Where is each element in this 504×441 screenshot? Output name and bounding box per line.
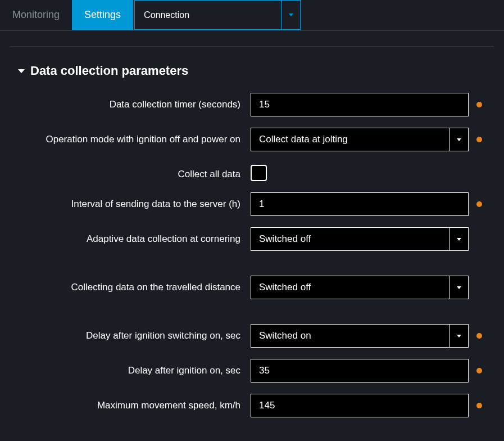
delayswitch-select[interactable]: Switched on xyxy=(251,324,469,348)
chevron-down-icon xyxy=(457,238,461,241)
chevron-down-icon xyxy=(18,69,25,73)
distance-value: Switched off xyxy=(251,276,449,299)
adaptive-label: Adaptive data collection at cornering xyxy=(10,227,251,246)
opmode-dropdown-button[interactable] xyxy=(449,128,468,151)
delayon-input[interactable] xyxy=(251,359,469,382)
section-header[interactable]: Data collection parameters xyxy=(18,64,494,78)
maxspeed-input[interactable] xyxy=(251,394,469,417)
timer-input[interactable] xyxy=(251,93,469,116)
chevron-down-icon xyxy=(457,286,461,289)
tab-settings[interactable]: Settings xyxy=(72,0,133,30)
interval-input[interactable] xyxy=(251,192,469,216)
collectall-label: Collect all data xyxy=(10,163,251,181)
delayon-label: Delay after ignition on, sec xyxy=(10,359,251,377)
opmode-value: Collect data at jolting xyxy=(251,128,449,151)
status-dot xyxy=(476,368,482,374)
distance-label: Collecting data on the travelled distanc… xyxy=(10,276,251,294)
tab-bar: Monitoring Settings Connection xyxy=(0,0,504,30)
section-title: Data collection parameters xyxy=(30,64,188,78)
opmode-label: Operation mode with ignition off and pow… xyxy=(10,128,251,146)
connection-dropdown-button[interactable] xyxy=(281,1,300,29)
status-dot xyxy=(476,102,482,107)
status-dot xyxy=(476,403,482,408)
connection-select[interactable]: Connection xyxy=(134,0,301,30)
maxspeed-label: Maximum movement speed, km/h xyxy=(10,394,251,412)
delayswitch-label: Delay after ignition switching on, sec xyxy=(10,324,251,343)
opmode-select[interactable]: Collect data at jolting xyxy=(251,128,469,151)
interval-label: Interval of sending data to the server (… xyxy=(10,192,251,211)
divider xyxy=(10,46,494,47)
adaptive-dropdown-button[interactable] xyxy=(449,228,468,250)
chevron-down-icon xyxy=(457,138,461,141)
adaptive-value: Switched off xyxy=(251,228,449,250)
chevron-down-icon xyxy=(289,14,293,16)
distance-dropdown-button[interactable] xyxy=(449,276,468,299)
status-dot xyxy=(476,137,482,142)
status-dot xyxy=(476,201,482,207)
delayswitch-dropdown-button[interactable] xyxy=(449,325,468,347)
adaptive-select[interactable]: Switched off xyxy=(251,227,469,251)
distance-select[interactable]: Switched off xyxy=(251,276,469,299)
delayswitch-value: Switched on xyxy=(251,325,449,347)
status-dot xyxy=(476,333,482,339)
collectall-checkbox[interactable] xyxy=(251,165,267,181)
timer-label: Data collection timer (seconds) xyxy=(10,93,251,111)
connection-label: Connection xyxy=(135,1,281,29)
chevron-down-icon xyxy=(457,335,461,338)
tab-monitoring[interactable]: Monitoring xyxy=(0,0,72,30)
